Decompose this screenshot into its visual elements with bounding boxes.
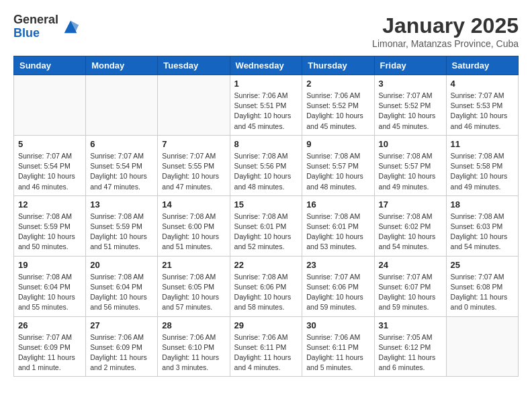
- logo: GeneralBlue: [13, 13, 80, 40]
- calendar-cell: 8Sunrise: 7:08 AM Sunset: 5:56 PM Daylig…: [230, 135, 302, 195]
- calendar-cell: 6Sunrise: 7:07 AM Sunset: 5:54 PM Daylig…: [86, 135, 158, 195]
- calendar-cell: 31Sunrise: 7:05 AM Sunset: 6:12 PM Dayli…: [374, 316, 446, 377]
- cell-daylight-info: Sunrise: 7:07 AM Sunset: 5:54 PM Dayligh…: [90, 151, 153, 192]
- cell-daylight-info: Sunrise: 7:08 AM Sunset: 6:00 PM Dayligh…: [162, 212, 225, 253]
- cell-daylight-info: Sunrise: 7:07 AM Sunset: 5:53 PM Dayligh…: [451, 91, 514, 132]
- cell-day-number: 8: [234, 139, 298, 149]
- cell-day-number: 22: [234, 260, 298, 270]
- cell-day-number: 26: [18, 320, 81, 330]
- cell-day-number: 30: [306, 320, 369, 330]
- cell-daylight-info: Sunrise: 7:08 AM Sunset: 6:05 PM Dayligh…: [162, 272, 225, 313]
- calendar-cell: [158, 75, 230, 136]
- cell-daylight-info: Sunrise: 7:08 AM Sunset: 6:06 PM Dayligh…: [234, 272, 298, 313]
- logo-blue-text: Blue: [13, 26, 40, 40]
- page-header: GeneralBlue January 2025 Limonar, Matanz…: [13, 13, 519, 49]
- week-row-1: 1Sunrise: 7:06 AM Sunset: 5:51 PM Daylig…: [14, 75, 519, 136]
- cell-daylight-info: Sunrise: 7:08 AM Sunset: 6:04 PM Dayligh…: [18, 272, 81, 313]
- calendar-cell: 16Sunrise: 7:08 AM Sunset: 6:01 PM Dayli…: [302, 195, 374, 256]
- calendar-header-wednesday: Wednesday: [230, 56, 302, 75]
- cell-day-number: 9: [306, 139, 369, 149]
- cell-day-number: 4: [451, 79, 514, 89]
- calendar-cell: 26Sunrise: 7:07 AM Sunset: 6:09 PM Dayli…: [14, 316, 86, 377]
- calendar-cell: 27Sunrise: 7:06 AM Sunset: 6:09 PM Dayli…: [86, 316, 158, 377]
- cell-daylight-info: Sunrise: 7:05 AM Sunset: 6:12 PM Dayligh…: [379, 332, 442, 373]
- cell-daylight-info: Sunrise: 7:08 AM Sunset: 6:01 PM Dayligh…: [234, 212, 298, 253]
- cell-day-number: 13: [90, 199, 153, 210]
- cell-daylight-info: Sunrise: 7:07 AM Sunset: 6:06 PM Dayligh…: [306, 272, 369, 313]
- cell-daylight-info: Sunrise: 7:08 AM Sunset: 5:59 PM Dayligh…: [90, 212, 153, 253]
- calendar-header-monday: Monday: [86, 56, 158, 75]
- title-area: January 2025 Limonar, Matanzas Province,…: [372, 13, 519, 49]
- calendar-header-sunday: Sunday: [14, 56, 86, 75]
- cell-daylight-info: Sunrise: 7:08 AM Sunset: 6:04 PM Dayligh…: [90, 272, 153, 313]
- calendar-cell: 19Sunrise: 7:08 AM Sunset: 6:04 PM Dayli…: [14, 256, 86, 316]
- calendar-cell: 29Sunrise: 7:06 AM Sunset: 6:11 PM Dayli…: [230, 316, 302, 377]
- week-row-4: 19Sunrise: 7:08 AM Sunset: 6:04 PM Dayli…: [14, 256, 519, 316]
- cell-day-number: 11: [451, 139, 514, 149]
- calendar-table: SundayMondayTuesdayWednesdayThursdayFrid…: [13, 56, 519, 377]
- cell-daylight-info: Sunrise: 7:07 AM Sunset: 6:09 PM Dayligh…: [18, 332, 81, 373]
- calendar-cell: 17Sunrise: 7:08 AM Sunset: 6:02 PM Dayli…: [374, 195, 446, 256]
- cell-day-number: 3: [379, 79, 442, 89]
- cell-daylight-info: Sunrise: 7:08 AM Sunset: 5:57 PM Dayligh…: [306, 151, 369, 192]
- cell-daylight-info: Sunrise: 7:06 AM Sunset: 6:11 PM Dayligh…: [306, 332, 369, 373]
- calendar-cell: 1Sunrise: 7:06 AM Sunset: 5:51 PM Daylig…: [230, 75, 302, 136]
- cell-day-number: 6: [90, 139, 153, 149]
- cell-daylight-info: Sunrise: 7:07 AM Sunset: 5:52 PM Dayligh…: [379, 91, 442, 132]
- cell-day-number: 21: [162, 260, 225, 270]
- calendar-cell: 2Sunrise: 7:06 AM Sunset: 5:52 PM Daylig…: [302, 75, 374, 136]
- calendar-cell: 14Sunrise: 7:08 AM Sunset: 6:00 PM Dayli…: [158, 195, 230, 256]
- calendar-cell: 28Sunrise: 7:06 AM Sunset: 6:10 PM Dayli…: [158, 316, 230, 377]
- logo-icon: [61, 17, 80, 36]
- cell-daylight-info: Sunrise: 7:08 AM Sunset: 5:56 PM Dayligh…: [234, 151, 298, 192]
- cell-day-number: 17: [379, 199, 442, 210]
- cell-daylight-info: Sunrise: 7:06 AM Sunset: 6:10 PM Dayligh…: [162, 332, 225, 373]
- calendar-header-saturday: Saturday: [446, 56, 518, 75]
- cell-day-number: 2: [306, 79, 369, 89]
- calendar-cell: 24Sunrise: 7:07 AM Sunset: 6:07 PM Dayli…: [374, 256, 446, 316]
- calendar-cell: 10Sunrise: 7:08 AM Sunset: 5:57 PM Dayli…: [374, 135, 446, 195]
- calendar-header-friday: Friday: [374, 56, 446, 75]
- cell-day-number: 23: [306, 260, 369, 270]
- cell-daylight-info: Sunrise: 7:08 AM Sunset: 5:57 PM Dayligh…: [379, 151, 442, 192]
- cell-day-number: 14: [162, 199, 225, 210]
- calendar-cell: 30Sunrise: 7:06 AM Sunset: 6:11 PM Dayli…: [302, 316, 374, 377]
- calendar-cell: 9Sunrise: 7:08 AM Sunset: 5:57 PM Daylig…: [302, 135, 374, 195]
- cell-day-number: 18: [451, 199, 514, 210]
- calendar-cell: 25Sunrise: 7:07 AM Sunset: 6:08 PM Dayli…: [446, 256, 518, 316]
- calendar-cell: 7Sunrise: 7:07 AM Sunset: 5:55 PM Daylig…: [158, 135, 230, 195]
- cell-daylight-info: Sunrise: 7:07 AM Sunset: 5:54 PM Dayligh…: [18, 151, 81, 192]
- cell-day-number: 29: [234, 320, 298, 330]
- cell-daylight-info: Sunrise: 7:08 AM Sunset: 6:03 PM Dayligh…: [451, 212, 514, 253]
- cell-day-number: 20: [90, 260, 153, 270]
- cell-daylight-info: Sunrise: 7:08 AM Sunset: 6:02 PM Dayligh…: [379, 212, 442, 253]
- cell-day-number: 12: [18, 199, 81, 210]
- cell-day-number: 31: [379, 320, 442, 330]
- calendar-header-tuesday: Tuesday: [158, 56, 230, 75]
- week-row-5: 26Sunrise: 7:07 AM Sunset: 6:09 PM Dayli…: [14, 316, 519, 377]
- cell-day-number: 16: [306, 199, 369, 210]
- calendar-header-row: SundayMondayTuesdayWednesdayThursdayFrid…: [14, 56, 519, 75]
- cell-daylight-info: Sunrise: 7:06 AM Sunset: 5:51 PM Dayligh…: [234, 91, 298, 132]
- location-subtitle: Limonar, Matanzas Province, Cuba: [372, 38, 519, 49]
- calendar-cell: [86, 75, 158, 136]
- logo-general-text: GeneralBlue: [13, 13, 58, 40]
- cell-daylight-info: Sunrise: 7:06 AM Sunset: 6:09 PM Dayligh…: [90, 332, 153, 373]
- cell-day-number: 1: [234, 79, 298, 89]
- calendar-cell: 12Sunrise: 7:08 AM Sunset: 5:59 PM Dayli…: [14, 195, 86, 256]
- cell-day-number: 10: [379, 139, 442, 149]
- cell-daylight-info: Sunrise: 7:07 AM Sunset: 6:07 PM Dayligh…: [379, 272, 442, 313]
- cell-daylight-info: Sunrise: 7:08 AM Sunset: 5:58 PM Dayligh…: [451, 151, 514, 192]
- week-row-3: 12Sunrise: 7:08 AM Sunset: 5:59 PM Dayli…: [14, 195, 519, 256]
- cell-daylight-info: Sunrise: 7:06 AM Sunset: 5:52 PM Dayligh…: [306, 91, 369, 132]
- cell-daylight-info: Sunrise: 7:07 AM Sunset: 6:08 PM Dayligh…: [451, 272, 514, 313]
- cell-daylight-info: Sunrise: 7:08 AM Sunset: 6:01 PM Dayligh…: [306, 212, 369, 253]
- calendar-cell: 23Sunrise: 7:07 AM Sunset: 6:06 PM Dayli…: [302, 256, 374, 316]
- calendar-cell: [14, 75, 86, 136]
- cell-day-number: 27: [90, 320, 153, 330]
- calendar-header-thursday: Thursday: [302, 56, 374, 75]
- cell-daylight-info: Sunrise: 7:06 AM Sunset: 6:11 PM Dayligh…: [234, 332, 298, 373]
- calendar-cell: 5Sunrise: 7:07 AM Sunset: 5:54 PM Daylig…: [14, 135, 86, 195]
- cell-day-number: 19: [18, 260, 81, 270]
- month-title: January 2025: [372, 13, 519, 38]
